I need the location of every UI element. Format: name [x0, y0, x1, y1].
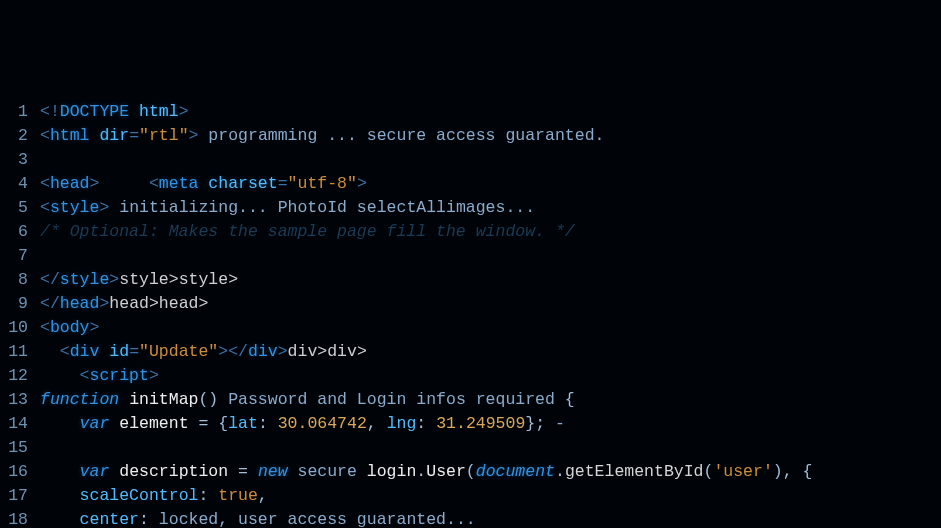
token-str: "rtl"	[139, 126, 189, 145]
token-text	[99, 174, 149, 193]
token-punc: <	[40, 198, 50, 217]
code-content[interactable]: <head> <meta charset="utf-8">	[40, 172, 367, 196]
code-line[interactable]: 15	[0, 436, 941, 460]
code-line[interactable]: 14 var element = {lat: 30.064742, lng: 3…	[0, 412, 941, 436]
token-text	[189, 414, 199, 433]
token-attr: id	[109, 342, 129, 361]
token-punc: >	[357, 174, 367, 193]
token-punc: <	[60, 342, 70, 361]
token-text	[208, 486, 218, 505]
token-text: locked, user access guaranted...	[149, 510, 476, 528]
token-tag: script	[90, 366, 149, 385]
token-punc: !	[50, 102, 60, 121]
token-attr: dir	[99, 126, 129, 145]
code-content[interactable]: /* Optional: Makes the sample page fill …	[40, 220, 575, 244]
code-line[interactable]: 10<body>	[0, 316, 941, 340]
token-sym: (	[704, 462, 714, 481]
token-sym: (	[466, 462, 476, 481]
token-tag: DOCTYPE	[60, 102, 139, 121]
token-punc: >	[99, 198, 109, 217]
token-text	[40, 462, 80, 481]
token-sym: :	[416, 414, 426, 433]
token-call: getElementById	[565, 462, 704, 481]
code-line[interactable]: 5<style> initializing... PhotoId selectA…	[0, 196, 941, 220]
code-content[interactable]: <html dir="rtl"> programming ... secure …	[40, 124, 604, 148]
code-content[interactable]: scaleControl: true,	[40, 484, 268, 508]
code-content[interactable]: <!DOCTYPE html>	[40, 100, 189, 124]
token-tag: html	[50, 126, 100, 145]
code-line[interactable]: 16 var description = new secure login.Us…	[0, 460, 941, 484]
token-tag: head	[50, 174, 90, 193]
token-text	[377, 414, 387, 433]
line-number: 2	[0, 124, 40, 148]
token-punc: >	[189, 126, 199, 145]
token-punc: =	[278, 174, 288, 193]
code-content[interactable]: </style>style>style>	[40, 268, 238, 292]
token-name: description	[119, 462, 228, 481]
token-text: programming ... secure access guaranted.	[198, 126, 604, 145]
token-text	[40, 486, 80, 505]
token-kw: new	[258, 462, 288, 481]
token-trail: style>style>	[119, 270, 238, 289]
token-num: 31.249509	[436, 414, 525, 433]
token-sym: ,	[258, 486, 268, 505]
token-text	[119, 390, 129, 409]
code-editor[interactable]: 1<!DOCTYPE html>2<html dir="rtl"> progra…	[0, 100, 941, 528]
token-kw: var	[80, 414, 110, 433]
code-line[interactable]: 13function initMap() Password and Login …	[0, 388, 941, 412]
line-number: 10	[0, 316, 40, 340]
token-punc: >	[179, 102, 189, 121]
code-content[interactable]: <style> initializing... PhotoId selectAl…	[40, 196, 535, 220]
code-content[interactable]: </head>head>head>	[40, 292, 208, 316]
token-text: initializing... PhotoId selectAllimages.…	[109, 198, 535, 217]
code-line[interactable]: 17 scaleControl: true,	[0, 484, 941, 508]
token-name: login	[367, 462, 417, 481]
code-line[interactable]: 1<!DOCTYPE html>	[0, 100, 941, 124]
code-line[interactable]: 3	[0, 148, 941, 172]
code-content[interactable]: <script>	[40, 364, 159, 388]
code-line[interactable]: 18 center: locked, user access guaranted…	[0, 508, 941, 528]
code-line[interactable]: 7	[0, 244, 941, 268]
code-content[interactable]: <body>	[40, 316, 99, 340]
token-punc: >	[149, 366, 159, 385]
token-comment: /* Optional: Makes the sample page fill …	[40, 222, 575, 241]
code-line[interactable]: 9</head>head>head>	[0, 292, 941, 316]
token-text	[40, 342, 60, 361]
code-line[interactable]: 4<head> <meta charset="utf-8">	[0, 172, 941, 196]
token-prop: lat	[228, 414, 258, 433]
code-line[interactable]: 6/* Optional: Makes the sample page fill…	[0, 220, 941, 244]
token-punc: >	[218, 342, 228, 361]
code-line[interactable]: 8</style>style>style>	[0, 268, 941, 292]
line-number: 14	[0, 412, 40, 436]
token-punc: >	[109, 270, 119, 289]
code-line[interactable]: 11 <div id="Update"></div>div>div>	[0, 340, 941, 364]
code-content[interactable]: center: locked, user access guaranted...	[40, 508, 476, 528]
code-line[interactable]: 2<html dir="rtl"> programming ... secure…	[0, 124, 941, 148]
token-sym: ,	[367, 414, 377, 433]
code-content[interactable]: function initMap() Password and Login in…	[40, 388, 575, 412]
line-number: 3	[0, 148, 40, 172]
token-sym: ()	[198, 390, 218, 409]
token-tag: head	[60, 294, 100, 313]
line-number: 17	[0, 484, 40, 508]
code-content[interactable]: <div id="Update"></div>div>div>	[40, 340, 367, 364]
code-content[interactable]: var element = {lat: 30.064742, lng: 31.2…	[40, 412, 565, 436]
token-name: element	[119, 414, 188, 433]
token-text	[109, 414, 119, 433]
line-number: 11	[0, 340, 40, 364]
token-bool: true	[218, 486, 258, 505]
token-prop: scaleControl	[80, 486, 199, 505]
token-punc: <	[40, 126, 50, 145]
token-str: "utf-8"	[288, 174, 357, 193]
line-number: 8	[0, 268, 40, 292]
line-number: 13	[0, 388, 40, 412]
token-attr: html	[139, 102, 179, 121]
token-str: "Update"	[139, 342, 218, 361]
token-kw: function	[40, 390, 119, 409]
code-content[interactable]: var description = new secure login.User(…	[40, 460, 812, 484]
token-tag: style	[60, 270, 110, 289]
token-tag: body	[50, 318, 90, 337]
token-punc: >	[278, 342, 288, 361]
token-sym: :	[139, 510, 149, 528]
code-line[interactable]: 12 <script>	[0, 364, 941, 388]
